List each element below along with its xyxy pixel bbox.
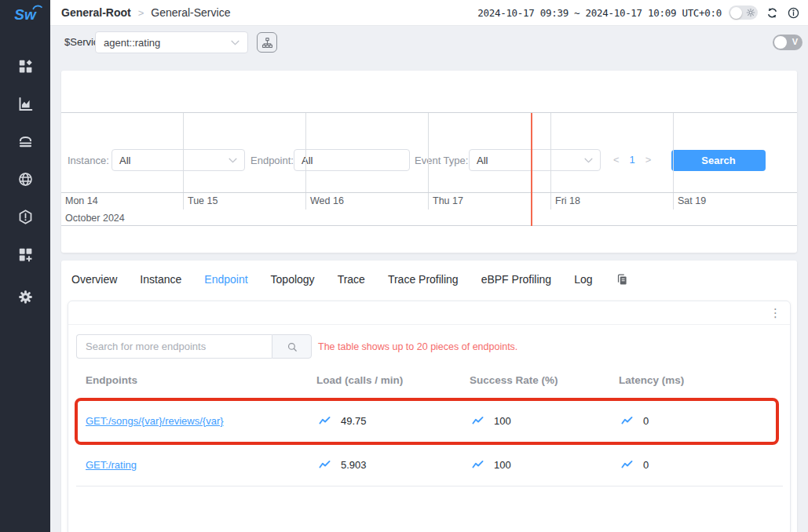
endpoint-table-row: GET:/songs/{var}/reviews/{var} 49.75 100… (86, 398, 781, 443)
tab-overview[interactable]: Overview (71, 273, 117, 286)
endpoint-table-row: GET:/rating 5.903 100 0 (86, 443, 781, 486)
service-bar: $Service agent::rating V (50, 26, 808, 59)
sidebar-item-database[interactable] (16, 133, 35, 150)
day-label: Tue 15 (184, 193, 306, 210)
sidebar-item-extensions[interactable] (16, 246, 35, 263)
breadcrumb-current: General-Service (151, 6, 230, 19)
timeline-plot-area (61, 113, 797, 193)
copy-icon (616, 273, 629, 286)
trend-chart-icon[interactable] (621, 460, 633, 469)
trend-chart-icon[interactable] (319, 460, 331, 469)
trend-chart-icon[interactable] (472, 460, 484, 469)
endpoint-search-input[interactable] (76, 334, 272, 359)
breadcrumb-root[interactable]: General-Root (61, 6, 131, 19)
version-toggle-label: V (792, 37, 798, 46)
skywalking-logo[interactable]: Sw (14, 4, 35, 26)
tab-endpoint[interactable]: Endpoint (204, 273, 247, 286)
sidebar-nav (16, 57, 35, 305)
day-label: Mon 14 (61, 193, 184, 210)
tab-log[interactable]: Log (574, 273, 592, 286)
endpoint-table-header: Endpoints Load (calls / min) Success Rat… (86, 370, 781, 389)
events-panel: Instance: All Endpoint: All Event Type: … (61, 71, 797, 253)
latency-value: 0 (643, 459, 649, 471)
tab-topology[interactable]: Topology (271, 273, 315, 286)
endpoint-link[interactable]: GET:/rating (86, 459, 137, 471)
sidebar: Sw (0, 0, 50, 532)
extensions-plus-icon (17, 246, 34, 263)
dashboards-icon (17, 58, 34, 75)
top-bar-right: 2024-10-17 09:39 ~ 2024-10-17 10:09 UTC+… (477, 5, 800, 20)
load-value: 49.75 (341, 415, 367, 427)
success-rate-value: 100 (494, 415, 511, 427)
timeline-day-labels: Mon 14 Tue 15 Wed 16 Thu 17 Fri 18 Sat 1… (61, 193, 797, 210)
column-latency: Latency (ms) (619, 374, 781, 386)
column-success-rate: Success Rate (%) (470, 374, 619, 386)
latency-value: 0 (643, 415, 649, 427)
theme-toggle-knob (730, 7, 742, 19)
database-icon (17, 133, 34, 150)
sun-icon (746, 8, 755, 17)
alert-hexagon-icon (17, 209, 34, 225)
sidebar-item-marketplace[interactable] (16, 95, 35, 112)
tab-trace[interactable]: Trace (338, 273, 365, 286)
timeline-column (674, 113, 797, 192)
service-topology-button[interactable] (257, 32, 277, 53)
service-select-value: agent::rating (104, 37, 231, 49)
column-load: Load (calls / min) (316, 374, 470, 386)
trend-chart-icon[interactable] (319, 416, 331, 425)
info-button[interactable] (786, 5, 800, 20)
day-label: Sat 19 (674, 193, 797, 210)
endpoint-list-widget: ⋮ The table shows up to 20 pieces of end… (68, 301, 791, 532)
chevron-down-icon (231, 40, 239, 46)
trend-chart-icon[interactable] (472, 416, 484, 425)
endpoint-search-button[interactable] (272, 334, 312, 359)
sidebar-item-dashboards[interactable] (16, 57, 35, 75)
tab-trace-profiling[interactable]: Trace Profiling (388, 273, 459, 286)
refresh-button[interactable] (765, 5, 779, 20)
time-range-picker[interactable]: 2024-10-17 09:39 ~ 2024-10-17 10:09 UTC+… (477, 7, 722, 19)
logo-swoosh-icon (32, 3, 43, 10)
timeline-column (184, 113, 306, 192)
copy-tab-button[interactable] (616, 272, 630, 286)
sidebar-item-network[interactable] (16, 170, 35, 188)
row-divider (76, 486, 783, 486)
timezone-value: UTC+0:0 (682, 7, 722, 19)
dashboard-tabs: Overview Instance Endpoint Topology Trac… (71, 268, 630, 291)
version-toggle[interactable]: V (773, 35, 803, 50)
timeline-column (306, 113, 429, 192)
current-time-marker (531, 113, 532, 226)
day-label: Thu 17 (429, 193, 551, 210)
events-timeline-chart[interactable]: Mon 14 Tue 15 Wed 16 Thu 17 Fri 18 Sat 1… (61, 112, 797, 226)
sidebar-item-settings[interactable] (16, 288, 35, 305)
time-range-value: 2024-10-17 09:39 ~ 2024-10-17 10:09 (477, 7, 676, 19)
service-select[interactable]: agent::rating (95, 31, 248, 53)
endpoint-search (76, 334, 312, 359)
trend-chart-icon[interactable] (621, 416, 633, 425)
tab-instance[interactable]: Instance (140, 273, 181, 286)
widget-menu-button[interactable]: ⋮ (770, 305, 781, 321)
breadcrumb-separator: > (138, 7, 144, 19)
chart-icon (17, 96, 34, 112)
tab-ebpf-profiling[interactable]: eBPF Profiling (481, 273, 551, 286)
info-icon (787, 6, 800, 20)
success-rate-value: 100 (494, 459, 511, 471)
widget-header: ⋮ (68, 301, 790, 325)
version-toggle-knob (774, 36, 787, 49)
search-icon (287, 341, 298, 352)
refresh-icon (766, 6, 779, 20)
timeline-column (551, 113, 674, 192)
load-value: 5.903 (341, 459, 367, 471)
day-label: Wed 16 (306, 193, 429, 210)
sidebar-item-alerting[interactable] (16, 208, 35, 225)
globe-icon (17, 171, 34, 188)
endpoint-limit-notice: The table shows up to 20 pieces of endpo… (318, 341, 517, 352)
timeline-month-label: October 2024 (61, 210, 797, 226)
column-endpoints: Endpoints (86, 374, 316, 386)
timeline-column (61, 113, 184, 192)
timeline-column (429, 113, 551, 192)
gear-icon (17, 289, 34, 305)
theme-toggle[interactable] (729, 5, 758, 20)
day-label: Fri 18 (551, 193, 674, 210)
endpoint-link[interactable]: GET:/songs/{var}/reviews/{var} (86, 415, 224, 427)
org-chart-icon (261, 37, 273, 49)
